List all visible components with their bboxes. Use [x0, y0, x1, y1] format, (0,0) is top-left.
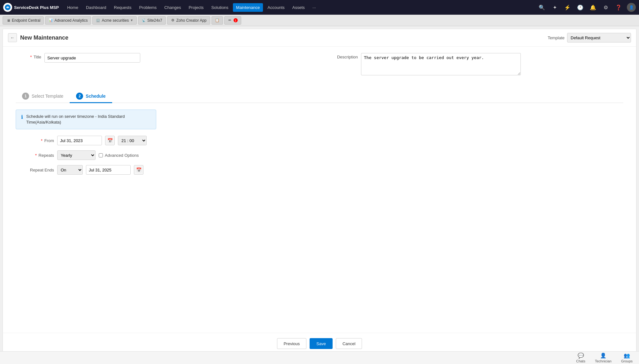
- nav-assets[interactable]: Assets: [289, 3, 308, 12]
- from-date-input[interactable]: [57, 136, 102, 145]
- cancel-button[interactable]: Cancel: [336, 338, 362, 349]
- advanced-options-checkbox[interactable]: [99, 153, 103, 157]
- edit-icon: ✏: [228, 18, 232, 23]
- tab-endpoint-central[interactable]: 🖥 Endpoint Central: [3, 16, 44, 25]
- agent-icon[interactable]: ✦: [550, 3, 559, 12]
- tab-acme[interactable]: 🏢 Acme securities ▼: [92, 16, 137, 25]
- acme-icon: 🏢: [96, 18, 100, 23]
- technician-icon: 👤: [600, 353, 606, 357]
- technician-status-item[interactable]: 👤 Technician: [595, 353, 612, 357]
- endpoint-central-icon: 🖥: [6, 18, 11, 23]
- template-selector: Template Default RequestCustom Template: [548, 33, 631, 42]
- from-time-select[interactable]: 21 : 0008 : 0009 : 0010 : 0012 : 00: [118, 136, 147, 145]
- page-title: New Maintenance: [20, 34, 68, 41]
- repeats-label: * Repeats: [16, 153, 54, 158]
- tab-edit[interactable]: ✏ 1: [224, 16, 241, 25]
- title-label: * Title: [16, 53, 41, 59]
- repeat-ends-label: Repeat Ends: [16, 168, 54, 172]
- description-textarea[interactable]: [361, 53, 521, 75]
- repeat-ends-mode-select[interactable]: On After Never: [57, 165, 83, 175]
- zoho-creator-icon: ⚙: [171, 18, 175, 23]
- acme-dropdown-icon: ▼: [130, 19, 133, 22]
- nav-dashboard[interactable]: Dashboard: [83, 3, 110, 12]
- nav-projects[interactable]: Projects: [185, 3, 207, 12]
- bell-icon[interactable]: 🔔: [589, 3, 597, 12]
- tab-advanced-analytics[interactable]: 📊 Advanced Analytics: [45, 16, 91, 25]
- step-1-label: Select Template: [32, 94, 63, 99]
- wizard-tab-schedule[interactable]: 2 Schedule: [70, 90, 112, 103]
- back-button[interactable]: ←: [8, 33, 17, 42]
- groups-icon: 👥: [624, 353, 630, 357]
- nav-icons: 🔍 ✦ ⚡ 🕐 🔔 ⚙ ❓ 👤: [537, 3, 636, 12]
- save-button[interactable]: Save: [310, 338, 333, 349]
- content-spacer: [3, 180, 636, 333]
- from-label: * From: [16, 138, 54, 143]
- chats-status-item[interactable]: 💬 Chats: [576, 353, 585, 357]
- tab-notes[interactable]: 📋: [212, 16, 223, 25]
- help-icon[interactable]: ❓: [614, 3, 623, 12]
- schedule-area: ℹ Schedule will run on server timezone -…: [3, 110, 636, 180]
- wizard-tab-select-template[interactable]: 1 Select Template: [16, 90, 70, 103]
- timezone-info-text: Schedule will run on server timezone - I…: [26, 114, 151, 125]
- settings-icon[interactable]: ⚙: [601, 3, 610, 12]
- nav-home[interactable]: Home: [64, 3, 81, 12]
- page-header: ← New Maintenance Template Default Reque…: [3, 29, 636, 47]
- nav-requests[interactable]: Requests: [111, 3, 135, 12]
- tab-endpoint-central-label: Endpoint Central: [12, 18, 40, 23]
- logo[interactable]: ServiceDesk Plus MSP: [3, 3, 59, 12]
- logo-text: ServiceDesk Plus MSP: [14, 5, 59, 10]
- tab-acme-label: Acme securities: [102, 18, 129, 23]
- description-label: Description: [332, 53, 358, 59]
- wizard-tabs: 1 Select Template 2 Schedule: [16, 90, 623, 103]
- tabs-bar: 🖥 Endpoint Central 📊 Advanced Analytics …: [0, 15, 639, 26]
- tab-advanced-analytics-label: Advanced Analytics: [54, 18, 88, 23]
- nav-accounts[interactable]: Accounts: [264, 3, 288, 12]
- advanced-analytics-icon: 📊: [49, 18, 53, 23]
- logo-icon: [3, 3, 12, 12]
- edit-badge: 1: [234, 18, 238, 22]
- from-required-star: *: [41, 138, 42, 143]
- site24x7-icon: 📡: [142, 18, 146, 23]
- form-area: * Title Description: [3, 47, 636, 87]
- top-nav: ServiceDesk Plus MSP Home Dashboard Requ…: [0, 0, 639, 15]
- step-2-circle: 2: [76, 93, 83, 100]
- title-required-star: *: [30, 55, 32, 59]
- nav-problems[interactable]: Problems: [136, 3, 160, 12]
- advanced-options-label: Advanced Options: [105, 153, 139, 158]
- nav-solutions[interactable]: Solutions: [208, 3, 231, 12]
- form-footer: Previous Save Cancel: [3, 333, 636, 354]
- step-2-label: Schedule: [86, 94, 105, 99]
- timezone-info-box: ℹ Schedule will run on server timezone -…: [16, 110, 156, 129]
- repeat-ends-row: Repeat Ends On After Never 📅: [16, 165, 623, 175]
- history-icon[interactable]: 🕐: [576, 3, 585, 12]
- groups-status-item[interactable]: 👥 Groups: [621, 353, 633, 357]
- previous-button[interactable]: Previous: [277, 338, 307, 349]
- repeat-ends-calendar-button[interactable]: 📅: [134, 165, 143, 175]
- from-calendar-button[interactable]: 📅: [105, 136, 115, 145]
- repeats-select[interactable]: Daily Weekly Monthly Yearly: [57, 150, 96, 160]
- notes-icon: 📋: [215, 18, 219, 23]
- description-group: Description: [332, 53, 623, 75]
- info-icon: ℹ: [21, 114, 23, 120]
- user-avatar[interactable]: 👤: [627, 3, 636, 12]
- tab-zoho-creator[interactable]: ⚙ Zoho Creator App: [167, 16, 210, 25]
- title-desc-row: * Title Description: [16, 53, 623, 75]
- lightning-icon[interactable]: ⚡: [563, 3, 572, 12]
- nav-changes[interactable]: Changes: [161, 3, 184, 12]
- status-bar: 💬 Chats 👤 Technician 👥 Groups: [0, 351, 639, 357]
- chats-icon: 💬: [578, 353, 584, 357]
- tab-zoho-creator-label: Zoho Creator App: [176, 18, 207, 23]
- title-input[interactable]: [44, 53, 140, 63]
- repeat-ends-date-input[interactable]: [86, 165, 131, 175]
- nav-more[interactable]: ···: [309, 3, 319, 12]
- main-content: ← New Maintenance Template Default Reque…: [3, 29, 636, 354]
- tab-site24x7[interactable]: 📡 Site24x7: [138, 16, 166, 25]
- repeats-required-star: *: [35, 153, 37, 158]
- title-group: * Title: [16, 53, 307, 63]
- from-row: * From 📅 21 : 0008 : 0009 : 0010 : 0012 …: [16, 136, 623, 145]
- tab-site24x7-label: Site24x7: [147, 18, 162, 23]
- template-select[interactable]: Default RequestCustom Template: [567, 33, 631, 42]
- nav-maintenance[interactable]: Maintenance: [233, 3, 263, 12]
- search-icon[interactable]: 🔍: [537, 3, 546, 12]
- advanced-options-checkbox-label[interactable]: Advanced Options: [99, 153, 139, 158]
